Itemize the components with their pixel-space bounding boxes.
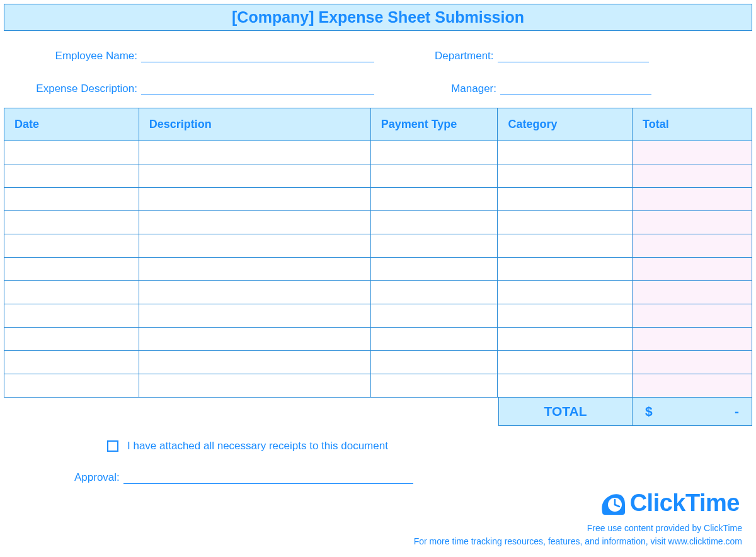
cell-date[interactable] (4, 234, 139, 258)
table-row (4, 351, 752, 374)
cell-category[interactable] (498, 234, 633, 258)
cell-description[interactable] (139, 141, 370, 164)
table-row (4, 281, 752, 304)
cell-category[interactable] (498, 211, 633, 234)
col-header-category: Category (498, 108, 633, 141)
cell-date[interactable] (4, 258, 139, 281)
col-header-date: Date (4, 108, 139, 141)
table-row (4, 304, 752, 328)
table-row (4, 234, 752, 258)
cell-payment_type[interactable] (370, 211, 498, 234)
brand-name: ClickTime (630, 490, 740, 517)
cell-description[interactable] (139, 188, 370, 211)
cell-date[interactable] (4, 188, 139, 211)
currency-symbol: $ (645, 404, 653, 419)
manager-label: Manager: (435, 83, 496, 95)
cell-payment_type[interactable] (370, 328, 498, 351)
receipts-attestation-text: I have attached all necessary receipts t… (127, 440, 388, 452)
page-title: [Company] Expense Sheet Submission (4, 8, 752, 26)
cell-date[interactable] (4, 164, 139, 188)
cell-payment_type[interactable] (370, 258, 498, 281)
table-row (4, 328, 752, 351)
total-label: TOTAL (498, 398, 633, 426)
total-value: $ - (633, 398, 752, 426)
expense-table: Date Description Payment Type Category T… (4, 108, 752, 398)
cell-total[interactable] (633, 374, 752, 398)
cell-total[interactable] (633, 304, 752, 328)
cell-date[interactable] (4, 211, 139, 234)
cell-total[interactable] (633, 188, 752, 211)
cell-payment_type[interactable] (370, 234, 498, 258)
footer-line-1: Free use content provided by ClickTime (414, 522, 742, 535)
col-header-total: Total (633, 108, 752, 141)
table-row (4, 188, 752, 211)
cell-total[interactable] (633, 258, 752, 281)
cell-payment_type[interactable] (370, 188, 498, 211)
table-row (4, 374, 752, 398)
cell-description[interactable] (139, 258, 370, 281)
cell-category[interactable] (498, 141, 633, 164)
clock-icon (598, 491, 626, 516)
expense-description-label: Expense Description: (32, 83, 137, 95)
cell-category[interactable] (498, 374, 633, 398)
cell-total[interactable] (633, 164, 752, 188)
col-header-description: Description (139, 108, 370, 141)
cell-date[interactable] (4, 328, 139, 351)
cell-date[interactable] (4, 281, 139, 304)
cell-total[interactable] (633, 351, 752, 374)
cell-description[interactable] (139, 211, 370, 234)
cell-payment_type[interactable] (370, 304, 498, 328)
cell-description[interactable] (139, 234, 370, 258)
cell-date[interactable] (4, 141, 139, 164)
cell-payment_type[interactable] (370, 141, 498, 164)
cell-date[interactable] (4, 304, 139, 328)
cell-category[interactable] (498, 304, 633, 328)
cell-category[interactable] (498, 281, 633, 304)
total-amount: - (735, 404, 739, 419)
cell-total[interactable] (633, 211, 752, 234)
cell-category[interactable] (498, 258, 633, 281)
cell-payment_type[interactable] (370, 281, 498, 304)
cell-category[interactable] (498, 328, 633, 351)
brand-logo: ClickTime (598, 490, 740, 517)
cell-description[interactable] (139, 351, 370, 374)
cell-total[interactable] (633, 234, 752, 258)
approval-label: Approval: (74, 471, 120, 484)
col-header-payment-type: Payment Type (370, 108, 498, 141)
manager-field[interactable] (500, 83, 651, 95)
table-row (4, 211, 752, 234)
cell-category[interactable] (498, 164, 633, 188)
cell-payment_type[interactable] (370, 351, 498, 374)
cell-category[interactable] (498, 351, 633, 374)
cell-total[interactable] (633, 328, 752, 351)
table-row (4, 258, 752, 281)
employee-name-label: Employee Name: (32, 50, 137, 62)
table-row (4, 141, 752, 164)
cell-date[interactable] (4, 351, 139, 374)
receipts-checkbox[interactable] (107, 440, 118, 452)
footer: Free use content provided by ClickTime F… (414, 522, 742, 548)
cell-description[interactable] (139, 281, 370, 304)
cell-category[interactable] (498, 188, 633, 211)
expense-description-field[interactable] (141, 83, 374, 95)
department-field[interactable] (498, 50, 649, 62)
cell-description[interactable] (139, 304, 370, 328)
employee-name-field[interactable] (141, 50, 374, 62)
cell-description[interactable] (139, 164, 370, 188)
approval-field[interactable] (123, 471, 413, 484)
info-block: Employee Name: Department: Expense Descr… (0, 50, 756, 95)
table-row (4, 164, 752, 188)
department-label: Department: (435, 50, 494, 62)
cell-total[interactable] (633, 281, 752, 304)
title-bar: [Company] Expense Sheet Submission (4, 4, 752, 31)
cell-payment_type[interactable] (370, 374, 498, 398)
cell-description[interactable] (139, 374, 370, 398)
cell-date[interactable] (4, 374, 139, 398)
cell-total[interactable] (633, 141, 752, 164)
cell-payment_type[interactable] (370, 164, 498, 188)
footer-line-2: For more time tracking resources, featur… (414, 535, 742, 548)
cell-description[interactable] (139, 328, 370, 351)
